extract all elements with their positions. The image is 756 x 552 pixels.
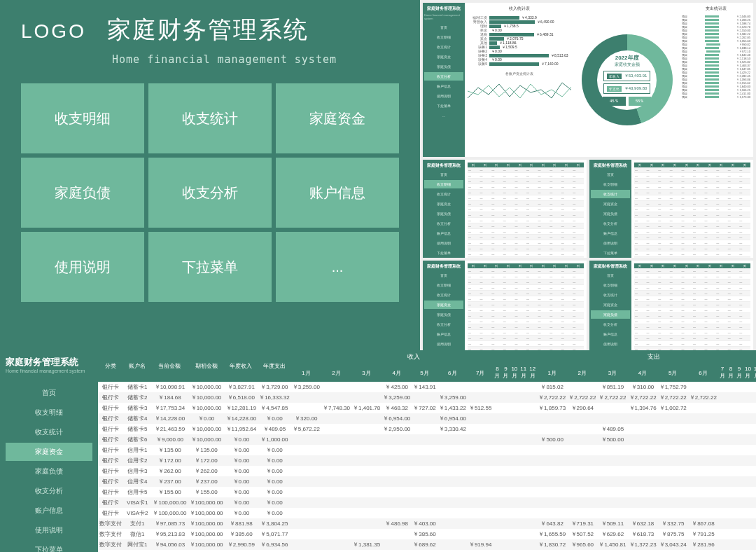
card-7[interactable]: 下拉菜单 bbox=[148, 232, 272, 302]
nav-item[interactable]: 使用说明 bbox=[591, 239, 630, 247]
nav-item[interactable]: 下拉菜单 bbox=[591, 249, 630, 257]
table-row: 银行卡储蓄卡3￥17,753.34￥10,000.00￥12,281.19￥4,… bbox=[98, 403, 756, 413]
bottom-side-sub: Home financial management system bbox=[6, 368, 92, 373]
nav-item[interactable]: 首页 bbox=[424, 271, 463, 280]
nav-item[interactable]: 收支统计 bbox=[591, 291, 630, 299]
nav-item[interactable]: 家庭资金 bbox=[424, 301, 463, 309]
table-row: 银行卡信用卡2￥172.00￥172.00￥0.00￥0.00 bbox=[98, 455, 756, 466]
table-row: 数字支付支付1￥97,085.73￥100,000.00￥881.98￥3,80… bbox=[98, 518, 756, 529]
nav-item[interactable]: 家庭资金 bbox=[6, 443, 92, 461]
card-6[interactable]: 使用说明 bbox=[21, 232, 144, 302]
nav-item[interactable]: 账户信息 bbox=[591, 229, 630, 237]
nav-item[interactable]: 收支分析 bbox=[591, 320, 630, 329]
trend-chart-title: 各账户资金统计表 bbox=[468, 71, 571, 76]
nav-item[interactable]: 家庭资金 bbox=[424, 53, 463, 61]
thumb-debt[interactable]: 家庭财务管理系统首页收支明细收支统计家庭资金家庭负债收支分析账户信息使用说明下拉… bbox=[589, 261, 753, 359]
nav-item[interactable]: 收支明细 bbox=[424, 180, 463, 188]
nav-item[interactable]: 收支分析 bbox=[424, 219, 463, 228]
card-grid: 收支明细收支统计家庭资金家庭负债收支分析账户信息使用说明下拉菜单... bbox=[21, 83, 399, 302]
pct-expense: 55％ bbox=[629, 97, 652, 106]
nav-item[interactable]: 收支明细 bbox=[591, 180, 630, 188]
thumb-funds[interactable]: 家庭财务管理系统首页收支明细收支统计家庭资金家庭负债收支分析账户信息使用说明下拉… bbox=[423, 261, 587, 359]
nav-item[interactable]: 收支明细 bbox=[6, 403, 92, 422]
thumb-side-title: 家庭财务管理系统 bbox=[427, 6, 461, 12]
thumb-detail[interactable]: 家庭财务管理系统首页收支明细收支统计家庭资金家庭负债收支分析账户信息使用说明下拉… bbox=[423, 160, 587, 258]
card-1[interactable]: 收支统计 bbox=[148, 83, 272, 153]
nav-item[interactable]: 收支明细 bbox=[424, 281, 463, 289]
card-2[interactable]: 家庭资金 bbox=[276, 83, 399, 153]
table-row: 银行卡信用卡4￥237.00￥237.00￥0.00￥0.00 bbox=[98, 476, 756, 487]
nav-item[interactable]: 首页 bbox=[424, 170, 463, 179]
nav-item[interactable]: 使用说明 bbox=[6, 521, 92, 539]
nav-item[interactable]: 家庭负债 bbox=[424, 209, 463, 218]
nav-item[interactable]: 收支分析 bbox=[424, 72, 463, 81]
card-8[interactable]: ... bbox=[276, 232, 399, 302]
nav-item[interactable]: 收支统计 bbox=[424, 291, 463, 299]
bottom-side-title: 家庭财务管理系统 bbox=[6, 356, 92, 368]
nav-item[interactable]: 家庭资金 bbox=[591, 301, 630, 309]
nav-item[interactable]: 家庭负债 bbox=[591, 310, 630, 319]
nav-item[interactable]: 收支分析 bbox=[6, 482, 92, 500]
thumbnails-area: 家庭财务管理系统 Home financial management syste… bbox=[420, 0, 756, 350]
table-row: 银行卡信用卡1￥135.00￥135.00￥0.00￥0.00 bbox=[98, 445, 756, 455]
nav-item[interactable]: 使用说明 bbox=[424, 239, 463, 247]
table-row: 银行卡储蓄卡5￥21,463.59￥10,000.00￥11,952.64￥48… bbox=[98, 424, 756, 434]
funds-table: 分类账户名当前金额期初金额年度收入年度支出收入支出1月2月3月4月5月6月7月8… bbox=[98, 350, 756, 552]
nav-item[interactable]: 账户信息 bbox=[424, 229, 463, 237]
nav-item[interactable]: 下拉菜单 bbox=[6, 541, 92, 552]
main-panel: LOGO 家庭财务管理系统 Home financial management … bbox=[0, 0, 420, 350]
table-row: 银行卡信用卡3￥262.00￥262.00￥0.00￥0.00 bbox=[98, 466, 756, 476]
card-3[interactable]: 家庭负债 bbox=[21, 158, 144, 228]
nav-item[interactable]: 首页 bbox=[6, 384, 92, 402]
table-row: 银行卡储蓄卡4￥14,228.00￥0.00￥14,228.00￥0.00￥32… bbox=[98, 413, 756, 424]
nav-item[interactable]: 首页 bbox=[591, 170, 630, 179]
thumb-side-sub: Home financial management system bbox=[424, 13, 463, 20]
nav-item[interactable]: 使用说明 bbox=[424, 92, 463, 100]
bottom-table-wrap[interactable]: 分类账户名当前金额期初金额年度收入年度支出收入支出1月2月3月4月5月6月7月8… bbox=[98, 350, 756, 552]
thumb-dashboard[interactable]: 家庭财务管理系统 Home financial management syste… bbox=[423, 3, 753, 157]
nav-item[interactable]: 首页 bbox=[591, 271, 630, 280]
thumb-stats[interactable]: 家庭财务管理系统首页收支明细收支统计家庭资金家庭负债收支分析账户信息使用说明下拉… bbox=[589, 160, 753, 258]
nav-item[interactable]: 家庭负债 bbox=[424, 310, 463, 319]
logo: LOGO bbox=[21, 20, 86, 43]
table-row: 数字支付网付宝1￥94,056.03￥100,000.00￥2,990.59￥6… bbox=[98, 539, 756, 550]
nav-item[interactable]: 收支明细 bbox=[591, 281, 630, 289]
main-title: 家庭财务管理系统 bbox=[107, 14, 309, 46]
nav-item[interactable]: 下拉菜单 bbox=[424, 102, 463, 110]
nav-item[interactable]: ... bbox=[424, 111, 463, 120]
nav-item[interactable]: 账户信息 bbox=[591, 330, 630, 338]
nav-item[interactable]: 使用说明 bbox=[591, 340, 630, 348]
card-5[interactable]: 账户信息 bbox=[276, 158, 399, 228]
table-row: 银行卡储蓄卡6￥9,000.00￥10,000.00￥0.00￥1,000.00… bbox=[98, 434, 756, 445]
nav-item[interactable]: 使用说明 bbox=[424, 340, 463, 348]
nav-item[interactable]: 收支分析 bbox=[591, 219, 630, 228]
nav-item[interactable]: 收支统计 bbox=[591, 190, 630, 198]
card-4[interactable]: 收支分析 bbox=[148, 158, 272, 228]
nav-item[interactable]: 家庭负债 bbox=[424, 62, 463, 71]
nav-item[interactable]: 收支明细 bbox=[424, 33, 463, 41]
nav-item[interactable]: 账户信息 bbox=[6, 502, 92, 520]
table-row: 银行卡VISA卡1￥100,000.00￥100,000.00￥0.00￥0.0… bbox=[98, 497, 756, 508]
expense-tag: 年支出 bbox=[607, 86, 622, 92]
main-subtitle: Home financial management system bbox=[112, 53, 399, 66]
nav-item[interactable]: 首页 bbox=[424, 23, 463, 32]
nav-item[interactable]: 收支统计 bbox=[424, 43, 463, 51]
nav-item[interactable]: 账户信息 bbox=[424, 330, 463, 338]
trend-line-chart bbox=[468, 77, 571, 105]
nav-item[interactable]: 收支统计 bbox=[424, 190, 463, 198]
nav-item[interactable]: 家庭负债 bbox=[591, 209, 630, 218]
table-row: 银行卡储蓄卡1￥10,098.91￥10,000.00￥3,827.91￥3,7… bbox=[98, 382, 756, 392]
bottom-sidebar: 家庭财务管理系统 Home financial management syste… bbox=[0, 350, 98, 552]
income-value: ￥53,403.91 bbox=[624, 73, 648, 79]
table-row: 银行卡储蓄卡2￥184.68￥10,000.00￥6,518.00￥16,333… bbox=[98, 392, 756, 403]
nav-item[interactable]: 家庭资金 bbox=[424, 200, 463, 208]
nav-item[interactable]: 家庭资金 bbox=[591, 200, 630, 208]
donut-chart: 2022年度 家庭收支金额 年收入￥53,403.91 年支出￥43,909.8… bbox=[582, 34, 673, 125]
nav-item[interactable]: 收支统计 bbox=[6, 423, 92, 441]
nav-item[interactable]: 下拉菜单 bbox=[424, 249, 463, 257]
nav-item[interactable]: 家庭负债 bbox=[6, 462, 92, 481]
nav-item[interactable]: 账户信息 bbox=[424, 82, 463, 90]
card-0[interactable]: 收支明细 bbox=[21, 83, 144, 153]
nav-item[interactable]: 收支分析 bbox=[424, 320, 463, 329]
table-row: 数字支付微信1￥95,213.83￥100,000.00￥385.60￥5,07… bbox=[98, 529, 756, 539]
